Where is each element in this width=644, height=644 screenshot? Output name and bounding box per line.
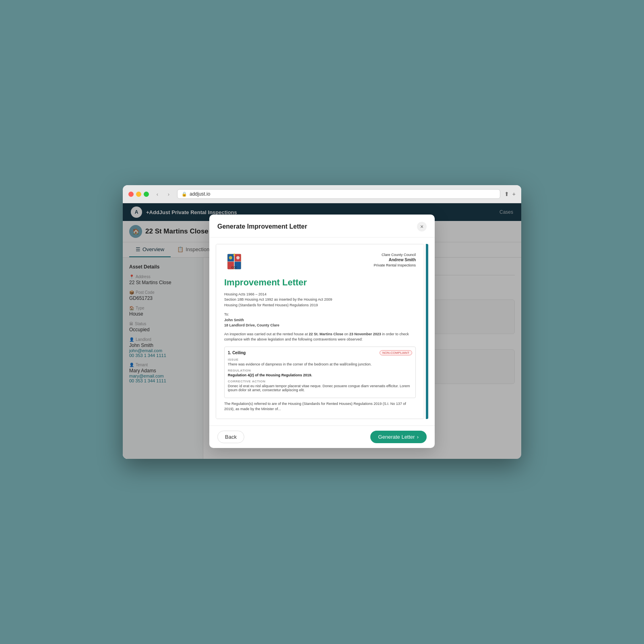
- back-button[interactable]: Back: [217, 431, 244, 443]
- letter-compliance-item: 1. Ceiling NON-COMPLIANT ISSUE There was…: [224, 347, 416, 398]
- browser-nav: ‹ ›: [153, 190, 173, 198]
- corrective-text: Donec id erat eu nisl aliquam tempor pla…: [228, 384, 412, 392]
- regulation-text: Regulation 4(2) of the Housing Regulatio…: [228, 373, 412, 377]
- svg-point-7: [236, 256, 239, 259]
- forward-button[interactable]: ›: [164, 190, 173, 198]
- letter-footer: The Regulation(s) referred to are of the…: [224, 401, 416, 412]
- modal-title: Generate Improvement Letter: [217, 223, 307, 230]
- coat-of-arms-logo: CCC: [224, 252, 244, 272]
- browser-content: A +AddJust Private Rental Inspections Ca…: [123, 203, 521, 459]
- letter-item-title: 1. Ceiling: [228, 351, 246, 355]
- letter-item-header: 1. Ceiling NON-COMPLIANT: [228, 350, 412, 355]
- browser-chrome: ‹ › 🔒 addjust.io ⬆ +: [123, 185, 521, 203]
- back-button[interactable]: ‹: [153, 190, 162, 198]
- generate-improvement-letter-modal: Generate Improvement Letter ×: [209, 215, 435, 448]
- letter-title: Improvement Letter: [224, 277, 416, 288]
- fullscreen-traffic-light[interactable]: [144, 192, 149, 197]
- generate-arrow-icon: ›: [417, 434, 419, 440]
- corrective-label: CORRECTIVE ACTION: [228, 380, 412, 383]
- letter-header-row: CCC Clare County Council Andrew Smith Pr…: [224, 252, 416, 272]
- letter-meta: Housing Acts 1966 – 2014 Section 18B Hou…: [224, 292, 416, 308]
- svg-point-6: [229, 256, 232, 259]
- generate-letter-button[interactable]: Generate Letter ›: [370, 431, 427, 443]
- letter-side-accent: [426, 244, 428, 419]
- modal-header: Generate Improvement Letter ×: [209, 215, 435, 237]
- minimize-traffic-light[interactable]: [136, 192, 141, 197]
- modal-overlay: Generate Improvement Letter ×: [123, 203, 521, 459]
- letter-preview[interactable]: CCC Clare County Council Andrew Smith Pr…: [216, 244, 424, 419]
- lock-icon: 🔒: [182, 192, 187, 197]
- address-bar[interactable]: 🔒 addjust.io: [177, 189, 500, 199]
- url-text: addjust.io: [190, 191, 210, 197]
- issue-text: There was evidence of dampness in the co…: [228, 362, 412, 366]
- modal-close-button[interactable]: ×: [417, 222, 427, 231]
- share-button[interactable]: ⬆: [504, 191, 509, 197]
- modal-body: CCC Clare County Council Andrew Smith Pr…: [209, 237, 435, 425]
- svg-text:CCC: CCC: [231, 266, 237, 269]
- close-traffic-light[interactable]: [128, 192, 134, 197]
- letter-body-text: An inspection was carried out at the ren…: [224, 332, 416, 343]
- letter-org: Clare County Council Andrew Smith Privat…: [374, 252, 416, 268]
- modal-footer: Back Generate Letter ›: [209, 425, 435, 448]
- regulation-label: REGULATION: [228, 369, 412, 372]
- traffic-lights: [128, 192, 149, 197]
- browser-actions: ⬆ +: [504, 191, 516, 197]
- letter-to: To: John Smith 18 Landlord Drive, County…: [224, 312, 416, 328]
- issue-label: ISSUE: [228, 358, 412, 361]
- new-tab-button[interactable]: +: [512, 191, 516, 197]
- non-compliant-badge: NON-COMPLIANT: [380, 350, 412, 355]
